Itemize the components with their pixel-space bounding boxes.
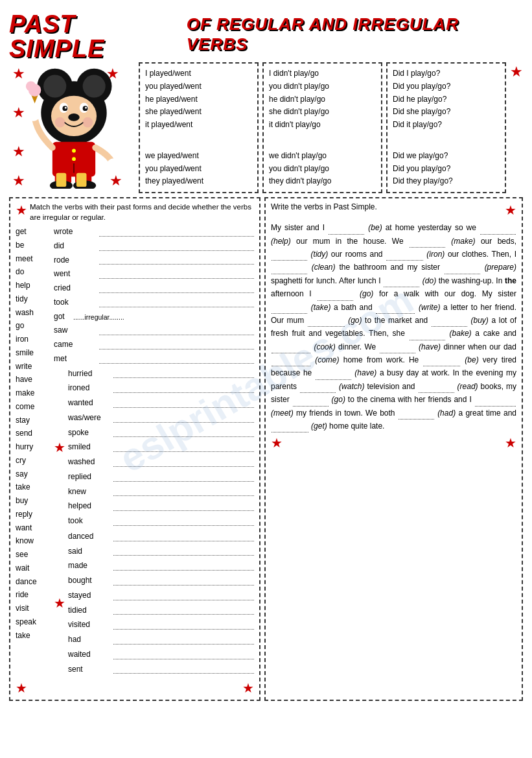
svg-rect-22: [56, 173, 67, 187]
aff-line-3: he played/went: [145, 93, 252, 106]
story-text: My sister and I (be) at home yesterday s…: [271, 221, 516, 432]
past-word-danced: danced: [68, 530, 113, 543]
svg-point-8: [65, 107, 67, 109]
title-left: PAST SIMPLE: [9, 12, 178, 61]
dots-had: [113, 644, 254, 645]
blank-22: [293, 397, 329, 407]
exercise2-box: Write the verbs in Past Simple. ★ My sis…: [264, 197, 523, 701]
past-row-spoke: spoke: [68, 426, 254, 440]
past-word-spoke: spoke: [68, 426, 113, 440]
past-row-made: made: [68, 559, 254, 573]
int-spacer: [393, 134, 500, 147]
dots-took: [99, 307, 254, 307]
past-row-bought: bought: [68, 574, 254, 587]
past-word-ironed: ironed: [68, 381, 113, 395]
dots-danced: [113, 541, 254, 541]
aff-spacer: [145, 134, 252, 147]
ex2-instruction: Write the verbs in Past Simple.: [271, 202, 502, 211]
aff-line-8: they played/went: [145, 175, 252, 188]
svg-point-24: [27, 107, 40, 121]
past-row-saw: saw: [54, 324, 254, 337]
blank-19: [316, 371, 351, 380]
hint-14: (bake): [450, 329, 472, 338]
hint-25: (get): [311, 421, 327, 431]
past-word-rode: rode: [54, 254, 99, 267]
svg-point-12: [83, 117, 93, 128]
blank-20: [300, 384, 336, 393]
hint-6: (clean): [312, 263, 336, 272]
verb-wash: wash: [16, 306, 51, 320]
blank-3: [410, 239, 445, 248]
hint-12: (go): [348, 316, 362, 325]
past-word-replied: replied: [68, 470, 113, 484]
svg-point-19: [72, 157, 76, 161]
blank-24: [399, 410, 434, 420]
past-word-washed: washed: [68, 455, 113, 469]
past-row-waswere: was/were: [68, 411, 254, 425]
verb-iron: iron: [16, 333, 51, 346]
past-row-rode: rode: [54, 254, 254, 267]
blank-8: [384, 278, 419, 287]
neg-line-6: we didn't play/go: [269, 150, 376, 163]
dots-met: [99, 363, 254, 364]
dots-knew: [113, 495, 254, 496]
dots-tidied: [113, 614, 254, 615]
star-ex1-bottom-left: ★: [16, 680, 27, 696]
hint-7: (prepare): [485, 263, 516, 272]
star-icon-6: ★: [110, 172, 122, 189]
past-word-went: went: [54, 267, 99, 281]
verb-want: want: [16, 521, 51, 535]
past-row-had: had: [68, 633, 254, 646]
star-mid-row: ★ hurried ironed wanted: [54, 367, 254, 528]
verb-come: come: [16, 400, 51, 414]
verb-be: be: [16, 239, 51, 252]
hint-1: (be): [368, 223, 382, 232]
aff-line-4: she played/went: [145, 106, 252, 119]
exercise1-box: ★ Match the verbs with their past forms …: [9, 197, 260, 701]
blank-21: [419, 384, 454, 393]
verb-get: get: [16, 225, 51, 239]
verb-columns: get be meet do help tidy wash go iron sm…: [16, 225, 254, 678]
verb-see: see: [16, 548, 51, 562]
past-word-said: said: [68, 545, 113, 558]
aff-line-6: we played/went: [145, 150, 252, 163]
ex2-header: Write the verbs in Past Simple. ★: [271, 202, 516, 218]
verb-know: know: [16, 534, 51, 548]
past-word-did: did: [54, 239, 99, 253]
past-word-visited: visited: [68, 618, 113, 632]
svg-point-9: [85, 107, 87, 109]
verb-go: go: [16, 319, 51, 333]
dots-smiled: [113, 451, 254, 452]
past-row-took: took: [54, 296, 254, 309]
dots-said: [113, 555, 254, 556]
neg-spacer: [269, 134, 376, 147]
past-row-came: came: [54, 338, 254, 351]
exercises-row: ★ Match the verbs with their past forms …: [4, 197, 528, 701]
past-row-ironed: ironed: [68, 381, 254, 395]
dots-stayed: [113, 600, 254, 600]
verb-meet: meet: [16, 252, 51, 266]
star-ex2-bottom-right: ★: [505, 435, 516, 451]
hint-18: (be): [465, 355, 478, 364]
star-icon-5: ★: [12, 172, 25, 189]
past-row-wanted: wanted: [68, 396, 254, 410]
more-past-forms: hurried ironed wanted was/were: [68, 367, 254, 528]
neg-line-4: she didn't play/go: [269, 106, 376, 119]
the-word: the: [505, 276, 516, 285]
int-line-6: Did we play/go?: [393, 150, 500, 163]
hint-2: (help): [271, 237, 291, 246]
conjugation-boxes: I played/went you played/went he played/…: [139, 62, 523, 193]
verb-list-left: get be meet do help tidy wash go iron sm…: [16, 225, 51, 678]
dots-saw: [99, 335, 254, 335]
star-mid-icon: ★: [54, 436, 65, 459]
verb-send: send: [16, 427, 51, 440]
past-word-sent: sent: [68, 663, 113, 676]
blank-6: [272, 265, 307, 274]
dots-hurried: [113, 377, 254, 378]
ex1-header: ★ Match the verbs with their past forms …: [16, 202, 254, 222]
ex1-bottom-stars: ★ ★: [16, 680, 254, 696]
hint-20: (watch): [339, 382, 364, 391]
past-row-took2: took: [68, 514, 254, 528]
verb-hurry: hurry: [16, 440, 51, 454]
blank-2: [480, 226, 516, 235]
